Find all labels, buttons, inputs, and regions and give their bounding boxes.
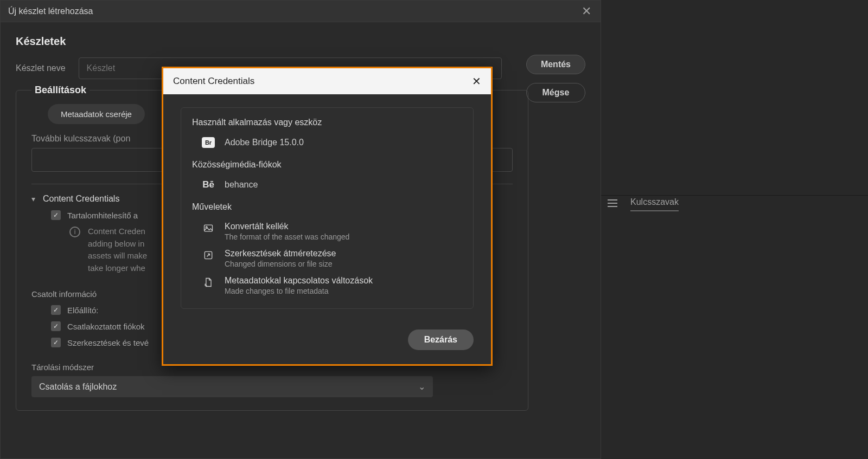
- info-line: assets will make: [88, 250, 147, 262]
- op-title: Metaadatokkal kapcsolatos változások: [225, 276, 373, 286]
- app-heading: Használt alkalmazás vagy eszköz: [192, 118, 462, 127]
- app-name: Adobe Bridge 15.0.0: [225, 138, 304, 147]
- op-desc: The format of the asset was changed: [225, 232, 349, 241]
- content-credentials-modal: Content Credentials ✕ Használt alkalmazá…: [162, 67, 493, 366]
- storage-method-value: Csatolás a fájlokhoz: [39, 382, 117, 392]
- content-credentials-title: Content Credentials: [43, 194, 119, 204]
- cancel-button[interactable]: Mégse: [526, 83, 585, 102]
- panel-menu-icon[interactable]: [608, 199, 617, 209]
- titlebar: Új készlet létrehozása ✕: [1, 1, 601, 22]
- operations-heading: Műveletek: [192, 202, 462, 212]
- right-panel-tabs: Kulcsszavak: [608, 197, 679, 211]
- social-heading: Közösségimédia-fiókok: [192, 160, 462, 170]
- modal-titlebar: Content Credentials ✕: [163, 68, 491, 94]
- edits-checkbox[interactable]: ✓: [51, 338, 61, 347]
- close-button[interactable]: Bezárás: [408, 329, 474, 350]
- close-icon[interactable]: ✕: [580, 5, 593, 18]
- image-icon: [202, 222, 215, 235]
- op-row-converted: Konvertált kellék The format of the asse…: [202, 222, 462, 241]
- divider: [601, 195, 868, 196]
- op-row-metadata: Metaadatokkal kapcsolatos változások Mad…: [202, 276, 462, 295]
- op-desc: Changed dimensions or file size: [225, 260, 336, 268]
- file-icon: [202, 276, 215, 289]
- save-button[interactable]: Mentés: [526, 55, 585, 74]
- op-desc: Made changes to file metadata: [225, 287, 373, 295]
- settings-heading: Beállítások: [31, 85, 90, 96]
- metadata-replace-button[interactable]: Metaadatok cseréje: [48, 104, 145, 124]
- tab-keywords[interactable]: Kulcsszavak: [630, 197, 679, 211]
- credentials-card: Használt alkalmazás vagy eszköz Br Adobe…: [181, 107, 474, 309]
- info-icon: i: [69, 227, 80, 237]
- app-row: Br Adobe Bridge 15.0.0: [202, 137, 462, 148]
- modal-title: Content Credentials: [173, 76, 254, 87]
- resize-icon: [202, 249, 215, 262]
- bridge-icon: Br: [202, 137, 215, 148]
- op-row-resized: Szerkesztések átméretezése Changed dimen…: [202, 249, 462, 268]
- producer-label: Előállító:: [67, 306, 99, 315]
- chevron-down-icon: ▾: [31, 195, 35, 203]
- dialog-title: Új készlet létrehozása: [8, 7, 93, 16]
- svg-rect-3: [205, 225, 213, 231]
- social-row: Bē behance: [202, 179, 462, 190]
- preset-name-label: Készlet neve: [16, 63, 66, 73]
- chevron-down-icon: ⌄: [418, 382, 425, 392]
- behance-icon: Bē: [202, 179, 215, 190]
- info-line: adding below in: [88, 238, 147, 250]
- attach-credential-label: Tartalomhitelesítő a: [67, 211, 138, 220]
- close-icon[interactable]: ✕: [472, 75, 481, 88]
- right-side-panel: Kulcsszavak: [601, 0, 868, 459]
- social-name: behance: [225, 180, 258, 190]
- attach-credential-checkbox[interactable]: ✓: [51, 210, 61, 220]
- op-title: Konvertált kellék: [225, 222, 349, 231]
- presets-heading: Készletek: [16, 35, 585, 48]
- producer-checkbox[interactable]: ✓: [51, 305, 61, 315]
- storage-method-select[interactable]: Csatolás a fájlokhoz ⌄: [31, 376, 433, 397]
- op-title: Szerkesztések átméretezése: [225, 249, 336, 258]
- info-line: Content Creden: [88, 225, 147, 238]
- connected-accounts-checkbox[interactable]: ✓: [51, 321, 61, 331]
- info-line: take longer whe: [88, 262, 147, 275]
- connected-accounts-label: Csatlakoztatott fiókok: [67, 322, 145, 331]
- edits-label: Szerkesztések és tevé: [67, 338, 149, 347]
